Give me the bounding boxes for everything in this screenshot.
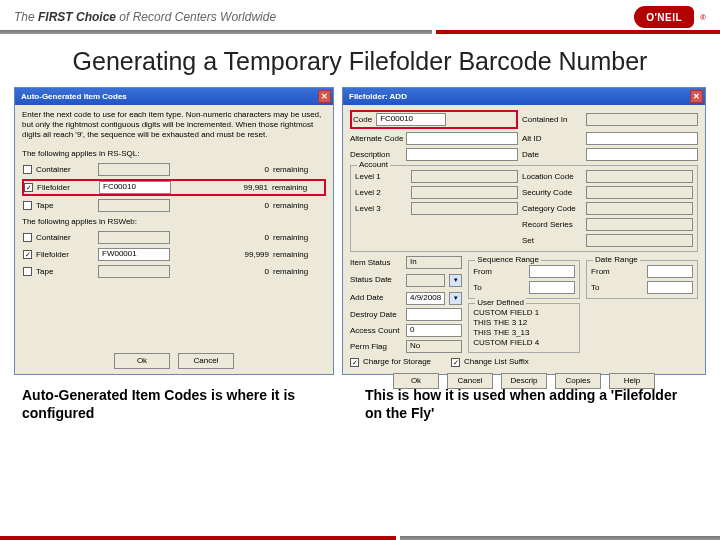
- dialog-auto-generated-item-codes: Auto-Generated Item Codes ✕ Enter the ne…: [14, 87, 334, 375]
- user-defined-group: User Defined CUSTOM FIELD 1 THIS THE 3 1…: [468, 303, 580, 353]
- access-input[interactable]: 0: [406, 324, 462, 337]
- recordseries-input[interactable]: [586, 218, 693, 231]
- ok-button[interactable]: Ok: [114, 353, 170, 369]
- level1-input[interactable]: [411, 170, 518, 183]
- set-input[interactable]: [586, 234, 693, 247]
- set-label: Set: [522, 236, 582, 246]
- remaining-label: remaining: [273, 250, 325, 260]
- calendar-icon[interactable]: ▾: [449, 292, 462, 305]
- close-icon[interactable]: ✕: [690, 90, 703, 103]
- udef-legend: User Defined: [475, 298, 526, 308]
- daterange-legend: Date Range: [593, 255, 640, 265]
- cfg-tape-web: Tape 0 remaining: [22, 264, 326, 279]
- remaining-label: remaining: [273, 233, 325, 243]
- altcode-label: Alternate Code: [350, 134, 402, 144]
- location-input[interactable]: [586, 170, 693, 183]
- titlebar: Filefolder: ADD ✕: [343, 88, 705, 105]
- adddate-label: Add Date: [350, 293, 402, 303]
- cfg-label: Filefolder: [36, 250, 94, 260]
- permflag-input[interactable]: No: [406, 340, 462, 353]
- tagline-strong: FIRST Choice: [38, 10, 116, 24]
- code-input-container-sql[interactable]: [98, 163, 170, 176]
- brand-logo: O'NEIL ®: [634, 6, 706, 28]
- statusdate-input[interactable]: [406, 274, 445, 287]
- cfg-label: Container: [36, 233, 94, 243]
- cfg-filefolder-web: Filefolder FW00001 99,999 remaining: [22, 247, 326, 262]
- cfg-label: Filefolder: [37, 183, 95, 193]
- cfg-tape-sql: Tape 0 remaining: [22, 198, 326, 213]
- calendar-icon[interactable]: ▾: [449, 274, 462, 287]
- seq-from-input[interactable]: [529, 265, 575, 278]
- section-note-web: The following applies in RSWeb:: [22, 217, 326, 227]
- checkbox-tape-web[interactable]: [23, 267, 32, 276]
- trademark-icon: ®: [700, 13, 706, 22]
- level3-input[interactable]: [411, 202, 518, 215]
- udef2-label: THIS THE 3 12: [473, 318, 575, 328]
- access-label: Access Count: [350, 326, 402, 336]
- date-input[interactable]: [586, 148, 698, 161]
- security-label: Security Code: [522, 188, 582, 198]
- dr-from-input[interactable]: [647, 265, 693, 278]
- code-label: Code: [353, 115, 372, 125]
- cfg-filefolder-sql: Filefolder FC00010 99,981 remaining: [22, 179, 326, 196]
- section-note-sql: The following applies in RS-SQL:: [22, 149, 326, 159]
- code-input-container-web[interactable]: [98, 231, 170, 244]
- close-icon[interactable]: ✕: [318, 90, 331, 103]
- remaining-label: remaining: [273, 267, 325, 277]
- security-input[interactable]: [586, 186, 693, 199]
- remaining-label: remaining: [272, 183, 324, 193]
- altid-input[interactable]: [586, 132, 698, 145]
- change-list-label: Change List Suffix: [464, 357, 529, 367]
- level1-label: Level 1: [355, 172, 407, 182]
- category-input[interactable]: [586, 202, 693, 215]
- code-input[interactable]: FC00010: [376, 113, 446, 126]
- remaining-count: 0: [221, 233, 269, 243]
- account-group: Account Level 1 Location Code Level 2 Se…: [350, 165, 698, 252]
- checkbox-charge-storage[interactable]: [350, 358, 359, 367]
- brand-header: The FIRST Choice of Record Centers World…: [0, 0, 720, 30]
- checkbox-filefolder-web[interactable]: [23, 250, 32, 259]
- checkbox-filefolder-sql[interactable]: [24, 183, 33, 192]
- cancel-button[interactable]: Cancel: [178, 353, 234, 369]
- checkbox-container-sql[interactable]: [23, 165, 32, 174]
- slide-title: Generating a Temporary Filefolder Barcod…: [10, 46, 710, 77]
- adddate-input[interactable]: 4/9/2008: [406, 292, 445, 305]
- remaining-count: 99,999: [221, 250, 269, 260]
- recordseries-label: Record Series: [522, 220, 582, 230]
- level2-input[interactable]: [411, 186, 518, 199]
- checkbox-container-web[interactable]: [23, 233, 32, 242]
- contained-label: Contained In: [522, 115, 582, 125]
- udef3-label: THIS THE 3_13: [473, 328, 575, 338]
- cfg-container-sql: Container 0 remaining: [22, 162, 326, 177]
- titlebar: Auto-Generated Item Codes ✕: [15, 88, 333, 105]
- destroy-input[interactable]: [406, 308, 462, 321]
- seq-to-input[interactable]: [529, 281, 575, 294]
- dialog-filefolder-add: Filefolder: ADD ✕ Code FC00010 Contained…: [342, 87, 706, 375]
- code-highlight: Code FC00010: [350, 110, 518, 129]
- sequence-range-group: Sequence Range From To: [468, 260, 580, 299]
- permflag-label: Perm Flag: [350, 342, 402, 352]
- checkbox-tape-sql[interactable]: [23, 201, 32, 210]
- remaining-label: remaining: [273, 201, 325, 211]
- seq-from-label: From: [473, 267, 525, 277]
- altid-label: Alt ID: [522, 134, 582, 144]
- caption-left: Auto-Generated Item Codes is where it is…: [22, 387, 355, 422]
- footer-divider: [0, 536, 720, 540]
- code-input-tape-web[interactable]: [98, 265, 170, 278]
- contained-input[interactable]: [586, 113, 698, 126]
- instruction-text: Enter the next code to use for each item…: [22, 110, 326, 140]
- status-label: Item Status: [350, 258, 402, 268]
- code-input-filefolder-web[interactable]: FW00001: [98, 248, 170, 261]
- tagline-pre: The: [14, 10, 38, 24]
- checkbox-change-list[interactable]: [451, 358, 460, 367]
- remaining-label: remaining: [273, 165, 325, 175]
- code-input-tape-sql[interactable]: [98, 199, 170, 212]
- remaining-count: 0: [221, 267, 269, 277]
- tagline-post: of Record Centers Worldwide: [116, 10, 276, 24]
- caption-right: This is how it is used when adding a 'Fi…: [365, 387, 698, 422]
- dr-to-input[interactable]: [647, 281, 693, 294]
- statusdate-label: Status Date: [350, 275, 402, 285]
- altcode-input[interactable]: [406, 132, 518, 145]
- desc-input[interactable]: [406, 148, 518, 161]
- code-input-filefolder-sql[interactable]: FC00010: [99, 181, 171, 194]
